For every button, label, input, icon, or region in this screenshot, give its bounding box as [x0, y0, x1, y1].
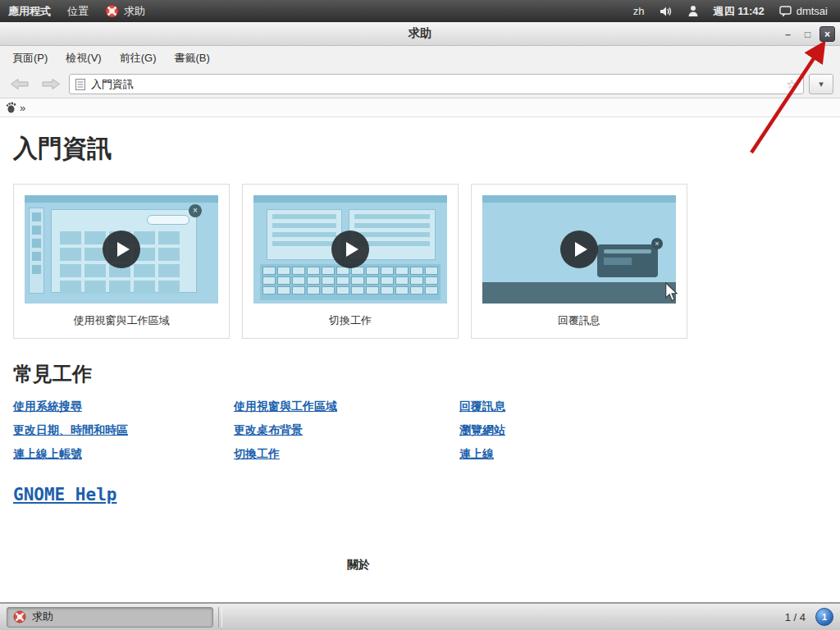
- person-icon: [687, 5, 699, 17]
- thumb-topbar: [25, 195, 218, 203]
- lifebuoy-icon: [13, 610, 26, 623]
- help-window: 求助 – □ × 頁面(P) 檢視(V) 前往(G): [0, 22, 840, 603]
- input-method-label: zh: [633, 5, 645, 17]
- toolbar: 入門資訊 ☆ ▾: [0, 71, 840, 98]
- link-system-search[interactable]: 使用系統搜尋: [13, 399, 82, 414]
- tab-overflow-chevron[interactable]: »: [20, 102, 25, 114]
- forward-icon: [41, 78, 61, 90]
- taskbar-task-label: 求助: [32, 609, 53, 624]
- menu-bookmarks[interactable]: 書籤(B): [165, 46, 218, 71]
- video-thumbnail[interactable]: ×: [482, 195, 676, 304]
- thumb-dash: [29, 208, 44, 294]
- video-caption: 使用視窗與工作區域: [25, 313, 218, 328]
- places-menu[interactable]: 位置: [59, 0, 97, 22]
- user-status-indicator[interactable]: [682, 0, 705, 22]
- about-row: 關於: [13, 557, 704, 573]
- taskbar-divider[interactable]: [218, 607, 222, 628]
- play-button-icon[interactable]: [331, 231, 369, 268]
- play-button-icon[interactable]: [560, 231, 598, 268]
- menu-go-label: 前往(G): [120, 52, 157, 64]
- clock-label: 週四 11:42: [714, 4, 765, 19]
- help-content: 入門資訊 × 使用視窗與工作區域: [0, 117, 840, 602]
- menu-view[interactable]: 檢視(V): [57, 46, 110, 71]
- clock[interactable]: 週四 11:42: [708, 0, 770, 22]
- video-card-respond-messages[interactable]: × 回覆訊息: [471, 184, 687, 339]
- thumb-message-tray: [482, 282, 676, 304]
- link-online-accounts[interactable]: 連上線上帳號: [13, 447, 82, 462]
- link-respond-messages[interactable]: 回覆訊息: [459, 399, 505, 414]
- panel-status-area: zh 週四: [628, 0, 840, 22]
- video-cards: × 使用視窗與工作區域: [13, 184, 827, 339]
- workspace-badge-icon[interactable]: 1: [815, 608, 833, 626]
- menu-view-label: 檢視(V): [66, 52, 101, 64]
- video-thumbnail[interactable]: [253, 195, 447, 304]
- links-column-1: 使用系統搜尋 更改日期、時間和時區 連上線上帳號: [13, 399, 234, 462]
- play-button-icon[interactable]: [103, 231, 140, 268]
- bottom-taskbar: 求助 1 / 4 1: [0, 603, 840, 630]
- location-text: 入門資訊: [91, 77, 134, 92]
- help-app-menu[interactable]: 求助: [97, 0, 153, 22]
- video-caption: 切換工作: [253, 313, 447, 328]
- places-menu-label: 位置: [67, 4, 89, 19]
- user-menu[interactable]: dmtsai: [774, 0, 833, 22]
- speaker-icon: [660, 6, 673, 17]
- maximize-icon: □: [805, 30, 810, 39]
- page-title: 入門資訊: [13, 132, 827, 166]
- video-card-switch-tasks[interactable]: 切換工作: [242, 184, 459, 339]
- video-caption: 回覆訊息: [482, 313, 676, 328]
- menu-page-label: 頁面(P): [12, 52, 48, 64]
- link-change-date-time[interactable]: 更改日期、時間和時區: [13, 423, 128, 438]
- window-title: 求助: [409, 26, 431, 41]
- location-dropdown-button[interactable]: ▾: [809, 74, 833, 94]
- thumb-window-left: [267, 209, 342, 260]
- tabstrip: »: [0, 98, 840, 117]
- links-column-2: 使用視窗與工作區域 更改桌布背景 切換工作: [234, 399, 459, 462]
- workspace-badge-number: 1: [822, 612, 827, 622]
- link-switch-tasks[interactable]: 切換工作: [234, 447, 280, 462]
- maximize-button[interactable]: □: [800, 26, 815, 42]
- menu-go[interactable]: 前往(G): [111, 46, 166, 71]
- gnome-help-link[interactable]: GNOME Help: [13, 485, 116, 504]
- input-method-indicator[interactable]: zh: [628, 0, 651, 22]
- top-panel: 應用程式 位置: [0, 0, 840, 22]
- workspace-pager[interactable]: 1 / 4: [785, 611, 815, 623]
- thumb-topbar: [253, 195, 447, 203]
- panel-menus: 應用程式 位置: [0, 0, 153, 22]
- close-button[interactable]: ×: [819, 26, 835, 42]
- applications-menu[interactable]: 應用程式: [0, 0, 59, 22]
- minimize-icon: –: [785, 30, 791, 39]
- menubar: 頁面(P) 檢視(V) 前往(G) 書籤(B): [0, 46, 840, 71]
- applications-menu-label: 應用程式: [8, 4, 51, 19]
- link-windows-workspaces[interactable]: 使用視窗與工作區域: [234, 399, 337, 414]
- user-name-label: dmtsai: [797, 5, 828, 17]
- thumb-close-icon: ×: [651, 238, 663, 249]
- bookmark-star-icon[interactable]: ☆: [787, 77, 797, 92]
- lifebuoy-icon: [105, 4, 119, 18]
- thumb-notification: [597, 244, 658, 277]
- video-card-windows-workspaces[interactable]: × 使用視窗與工作區域: [13, 184, 230, 339]
- gnome-foot-icon[interactable]: [6, 102, 16, 113]
- link-get-online[interactable]: 連上線: [459, 447, 494, 462]
- thumb-keyboard: [260, 264, 441, 300]
- location-bar[interactable]: 入門資訊 ☆: [69, 74, 804, 94]
- video-thumbnail[interactable]: ×: [25, 195, 218, 304]
- forward-button[interactable]: [38, 75, 64, 94]
- links-column-3: 回覆訊息 瀏覽網站 連上線: [459, 399, 505, 462]
- chat-bubble-icon: [779, 6, 792, 17]
- volume-indicator[interactable]: [654, 0, 678, 22]
- link-change-wallpaper[interactable]: 更改桌布背景: [234, 423, 303, 438]
- about-link[interactable]: 關於: [347, 558, 370, 571]
- menu-page[interactable]: 頁面(P): [3, 46, 57, 71]
- window-titlebar[interactable]: 求助 – □ ×: [0, 22, 840, 46]
- close-icon: ×: [824, 30, 830, 39]
- thumb-topbar: [482, 195, 676, 203]
- thumb-close-icon: ×: [189, 204, 202, 217]
- link-browse-web[interactable]: 瀏覽網站: [459, 423, 505, 438]
- help-app-menu-label: 求助: [124, 4, 145, 19]
- menu-bookmarks-label: 書籤(B): [174, 52, 209, 64]
- back-button[interactable]: [7, 75, 33, 94]
- document-icon: [75, 79, 85, 90]
- desktop-screen: 應用程式 位置: [0, 0, 840, 630]
- minimize-button[interactable]: –: [780, 26, 796, 42]
- taskbar-help-button[interactable]: 求助: [7, 607, 213, 628]
